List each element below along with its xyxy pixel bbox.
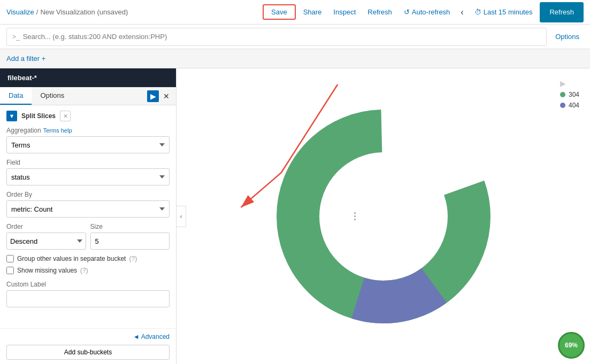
order-by-row: Order By metric: Count xyxy=(6,191,170,218)
svg-point-2 xyxy=(330,163,437,270)
index-pattern-label: filebeat-* xyxy=(7,74,37,82)
time-range-label: Last 15 minutes xyxy=(484,8,533,16)
refresh-button[interactable]: Refresh xyxy=(540,2,584,22)
tab-data[interactable]: Data xyxy=(0,87,32,105)
custom-label-row: Custom Label xyxy=(6,281,170,307)
breadcrumb-separator: / xyxy=(36,8,39,16)
aggregation-row: Aggregation Terms help Terms xyxy=(6,127,170,153)
status-percentage: 69% xyxy=(565,342,578,349)
status-indicator: 69% xyxy=(558,332,585,359)
show-missing-row: Show missing values (?) xyxy=(6,267,170,274)
aggregation-label: Aggregation Terms help xyxy=(6,127,170,134)
section-title: Split Slices xyxy=(21,112,56,120)
show-missing-checkbox[interactable] xyxy=(6,267,14,274)
clock-icon: ⏱ xyxy=(474,8,481,16)
group-other-label: Group other values in separate bucket xyxy=(17,255,126,262)
group-other-help-icon[interactable]: (?) xyxy=(129,255,137,262)
search-prompt-icon: >_ xyxy=(12,33,20,41)
add-sub-bucket-button[interactable]: Add sub-buckets xyxy=(6,345,170,360)
size-input[interactable]: 5 xyxy=(90,233,170,250)
breadcrumb-title: New Visualization (unsaved) xyxy=(40,8,128,16)
show-missing-help-icon[interactable]: (?) xyxy=(80,267,88,274)
order-size-row: Order Descend Size 5 xyxy=(6,223,170,250)
legend-label-404: 404 xyxy=(569,102,579,109)
donut-chart xyxy=(255,99,512,334)
section-remove-button[interactable]: ✕ xyxy=(60,111,71,121)
left-panel: filebeat-* Data Options ▶ ✕ ▼ Split Slic… xyxy=(0,68,177,364)
section-header: ▼ Split Slices ✕ xyxy=(6,111,170,121)
drag-dot-1 xyxy=(354,212,356,214)
right-panel: ‹ ▶ 304 404 xyxy=(177,68,590,364)
order-select[interactable]: Descend xyxy=(6,233,86,250)
run-button[interactable]: ▶ xyxy=(147,90,159,102)
order-by-label: Order By xyxy=(6,191,170,198)
index-pattern-header: filebeat-* xyxy=(0,68,176,87)
drag-dot-2 xyxy=(354,215,356,217)
auto-refresh-icon: ↺ xyxy=(404,8,410,16)
order-by-select[interactable]: metric: Count xyxy=(6,200,170,218)
group-other-row: Group other values in separate bucket (?… xyxy=(6,255,170,262)
legend-dot-404 xyxy=(560,103,565,108)
legend-item-404: 404 xyxy=(560,102,579,109)
legend-expand-icon[interactable]: ▶ xyxy=(560,79,579,88)
size-label: Size xyxy=(90,223,170,230)
inspect-button[interactable]: Inspect xyxy=(329,5,360,19)
search-input-wrapper: >_ xyxy=(6,28,547,46)
legend-dot-304 xyxy=(560,92,565,97)
group-other-checkbox[interactable] xyxy=(6,255,14,262)
advanced-label: Advanced xyxy=(141,333,170,340)
panel-tabs: Data Options ▶ ✕ xyxy=(0,87,176,105)
search-input[interactable] xyxy=(23,33,541,41)
order-group: Order Descend xyxy=(6,223,86,250)
breadcrumb: Visualize / New Visualization (unsaved) xyxy=(6,8,258,16)
order-label: Order xyxy=(6,223,86,230)
auto-refresh-button[interactable]: ↺ Auto-refresh xyxy=(400,5,455,19)
tab-options[interactable]: Options xyxy=(32,87,73,105)
top-navigation: Visualize / New Visualization (unsaved) … xyxy=(0,0,590,25)
time-prev-button[interactable]: ‹ xyxy=(457,5,466,20)
field-select[interactable]: status xyxy=(6,168,170,185)
panel-resize-handle[interactable] xyxy=(353,203,356,230)
search-bar: >_ Options xyxy=(0,25,590,49)
nav-actions: Save Share Inspect Refresh ↺ Auto-refres… xyxy=(263,2,584,22)
close-panel-button[interactable]: ✕ xyxy=(161,90,172,103)
field-label: Field xyxy=(6,159,170,166)
filter-bar: Add a filter + xyxy=(0,49,590,68)
save-button[interactable]: Save xyxy=(263,4,296,20)
section-toggle-button[interactable]: ▼ xyxy=(6,111,17,121)
tab-actions: ▶ ✕ xyxy=(147,90,176,103)
chart-legend: ▶ 304 404 xyxy=(560,79,579,109)
panel-body: ▼ Split Slices ✕ Aggregation Terms help … xyxy=(0,105,176,328)
advanced-arrow-icon: ◄ xyxy=(133,333,140,340)
advanced-link[interactable]: ◄ Advanced xyxy=(6,333,170,340)
custom-label-title: Custom Label xyxy=(6,281,170,288)
options-link[interactable]: Options xyxy=(551,33,584,41)
breadcrumb-visualize[interactable]: Visualize xyxy=(6,8,34,16)
add-filter-button[interactable]: Add a filter + xyxy=(6,55,45,63)
collapse-panel-button[interactable]: ‹ xyxy=(177,206,186,227)
drag-dot-3 xyxy=(354,219,356,220)
share-button[interactable]: Share xyxy=(299,5,326,19)
aggregation-help-link[interactable]: Terms help xyxy=(43,127,72,134)
panel-footer: ◄ Advanced Add sub-buckets xyxy=(0,328,176,364)
main-content: filebeat-* Data Options ▶ ✕ ▼ Split Slic… xyxy=(0,68,590,364)
custom-label-input[interactable] xyxy=(6,290,170,307)
aggregation-select[interactable]: Terms xyxy=(6,136,170,153)
field-row: Field status xyxy=(6,159,170,185)
legend-label-304: 304 xyxy=(569,91,579,98)
time-range-button[interactable]: ⏱ Last 15 minutes xyxy=(470,5,537,19)
legend-item-304: 304 xyxy=(560,91,579,98)
size-group: Size 5 xyxy=(90,223,170,250)
refresh-text-button[interactable]: Refresh xyxy=(363,5,396,19)
show-missing-label: Show missing values xyxy=(17,267,77,274)
auto-refresh-label: Auto-refresh xyxy=(412,8,450,16)
